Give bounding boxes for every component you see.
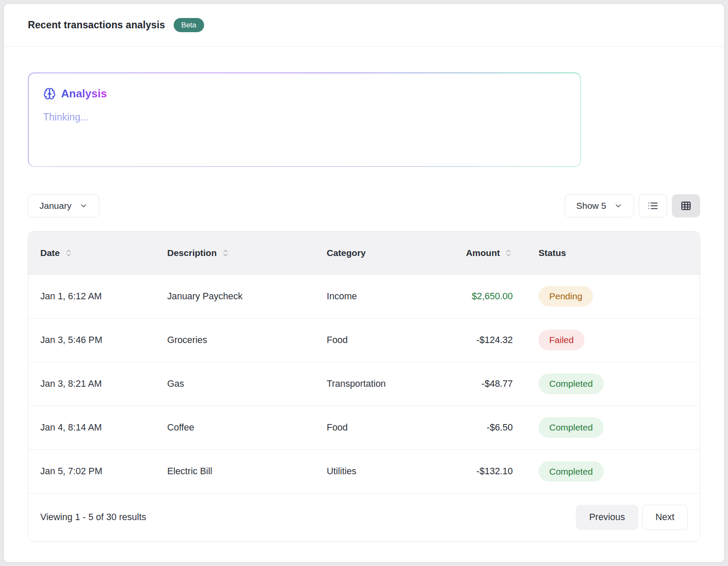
chevron-down-icon <box>79 202 88 210</box>
next-button[interactable]: Next <box>642 505 688 530</box>
cell-status: Completed <box>526 406 700 449</box>
cell-description: Electric Bill <box>155 449 315 493</box>
table-view-button[interactable] <box>672 194 700 217</box>
column-header-category: Category <box>315 232 443 274</box>
table-footer: Viewing 1 - 5 of 30 results Previous Nex… <box>28 493 700 541</box>
show-count-value: Show 5 <box>576 201 606 211</box>
sort-icon <box>64 249 73 257</box>
cell-date: Jan 5, 7:02 PM <box>28 449 155 493</box>
table-header-row: Date Description Category <box>28 232 700 274</box>
cell-status: Pending <box>526 274 700 318</box>
list-icon <box>647 200 659 211</box>
table-row: Jan 5, 7:02 PM Electric Bill Utilities -… <box>28 449 700 493</box>
cell-date: Jan 1, 6:12 AM <box>28 274 155 318</box>
chevron-down-icon <box>614 202 623 210</box>
list-view-button[interactable] <box>639 194 667 217</box>
cell-category: Income <box>315 274 443 318</box>
cell-amount: -$124.32 <box>443 318 526 362</box>
cell-amount: $2,650.00 <box>443 274 526 318</box>
cell-status: Completed <box>526 449 700 493</box>
status-badge: Completed <box>538 417 604 437</box>
cell-amount: -$48.77 <box>443 362 526 406</box>
sort-icon <box>504 249 513 257</box>
cell-description: Coffee <box>155 406 315 449</box>
beta-badge: Beta <box>174 18 204 32</box>
column-header-date[interactable]: Date <box>28 232 155 274</box>
column-header-status: Status <box>526 232 700 274</box>
cell-date: Jan 3, 5:46 PM <box>28 318 155 362</box>
cell-description: January Paycheck <box>155 274 315 318</box>
cell-date: Jan 3, 8:21 AM <box>28 362 155 406</box>
show-count-dropdown[interactable]: Show 5 <box>565 194 634 217</box>
panel-header: Recent transactions analysis Beta <box>4 4 724 47</box>
table-icon <box>680 200 692 211</box>
page-title: Recent transactions analysis <box>28 19 165 31</box>
table-row: Jan 3, 5:46 PM Groceries Food -$124.32 F… <box>28 318 700 362</box>
table-controls: January Show 5 <box>28 194 700 217</box>
cell-category: Transportation <box>315 362 443 406</box>
month-filter-value: January <box>39 201 72 211</box>
cell-category: Utilities <box>315 449 443 493</box>
transactions-table-card: Date Description Category <box>28 231 700 542</box>
cell-status: Completed <box>526 362 700 406</box>
results-count-text: Viewing 1 - 5 of 30 results <box>40 512 146 523</box>
table-row: Jan 1, 6:12 AM January Paycheck Income $… <box>28 274 700 318</box>
cell-date: Jan 4, 8:14 AM <box>28 406 155 449</box>
status-badge: Completed <box>538 373 604 394</box>
table-row: Jan 4, 8:14 AM Coffee Food -$6.50 Comple… <box>28 406 700 449</box>
month-filter-dropdown[interactable]: January <box>28 194 99 217</box>
cell-amount: -$6.50 <box>443 406 526 449</box>
transactions-table: Date Description Category <box>28 232 700 493</box>
table-row: Jan 3, 8:21 AM Gas Transportation -$48.7… <box>28 362 700 406</box>
pagination: Previous Next <box>576 505 688 530</box>
cell-category: Food <box>315 318 443 362</box>
analysis-card: Analysis Thinking... <box>28 72 581 167</box>
cell-amount: -$132.10 <box>443 449 526 493</box>
analysis-title: Analysis <box>61 87 107 100</box>
cell-description: Gas <box>155 362 315 406</box>
sort-icon <box>221 249 230 257</box>
cell-description: Groceries <box>155 318 315 362</box>
previous-button[interactable]: Previous <box>576 505 638 530</box>
column-header-description[interactable]: Description <box>155 232 315 274</box>
status-badge: Failed <box>538 330 584 350</box>
brain-icon <box>43 87 56 100</box>
column-header-amount[interactable]: Amount <box>443 232 526 274</box>
transactions-panel: Recent transactions analysis Beta Analys… <box>3 3 725 563</box>
status-badge: Completed <box>538 461 604 482</box>
cell-category: Food <box>315 406 443 449</box>
thinking-status-text: Thinking... <box>43 111 566 123</box>
cell-status: Failed <box>526 318 700 362</box>
status-badge: Pending <box>538 286 593 306</box>
